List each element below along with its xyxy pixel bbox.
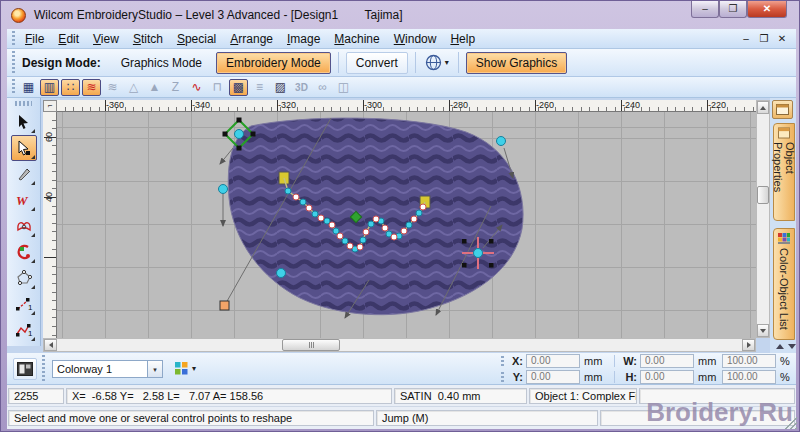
bitmap-tool-button[interactable]: [13, 358, 37, 380]
scroll-up-button[interactable]: [757, 101, 769, 114]
toolbar-grip[interactable]: [11, 51, 16, 74]
closed-object-icon: [16, 218, 32, 234]
transform-panel: X: mm W: mm % Y: mm H: mm %: [500, 354, 796, 384]
width-input[interactable]: [640, 354, 694, 368]
svg-text:1: 1: [28, 329, 33, 338]
travel-run-icon[interactable]: ⊓: [208, 79, 227, 96]
design-view-icon[interactable]: ▦: [19, 79, 38, 96]
toolbar-grip[interactable]: [11, 79, 16, 95]
toolbar-grip[interactable]: [41, 355, 46, 382]
app-flame-icon[interactable]: [11, 8, 26, 23]
dock-scroll-up-icon[interactable]: [776, 344, 784, 349]
scroll-right-button[interactable]: [742, 339, 755, 351]
mdi-close-button[interactable]: ✕: [774, 33, 790, 44]
complex-fill-icon: [16, 244, 32, 260]
toolbar-grip[interactable]: [500, 372, 505, 382]
horizontal-scroll-thumb[interactable]: [282, 339, 340, 351]
x-unit-label: mm: [584, 355, 608, 367]
menu-special[interactable]: Special: [170, 30, 223, 48]
triple-run-tool[interactable]: 1: [11, 317, 37, 343]
run-stitch-tool[interactable]: 1: [11, 291, 37, 317]
hoop-globe-button[interactable]: ▾: [421, 52, 453, 73]
dock-scroll-down-icon[interactable]: [788, 344, 796, 349]
x-input[interactable]: [526, 354, 580, 368]
vertical-scroll-thumb[interactable]: [757, 186, 769, 204]
menu-image[interactable]: Image: [280, 30, 327, 48]
toolbar-grip[interactable]: [15, 101, 32, 106]
mdi-minimize-button[interactable]: –: [738, 33, 754, 44]
panel-icon: [776, 104, 789, 115]
design-mode-toolbar: Design Mode: Graphics Mode Embroidery Mo…: [7, 49, 796, 77]
vertical-scrollbar[interactable]: [756, 100, 770, 338]
horizontal-ruler: -360 -340 -320 -300 -280 -260 -240 -220: [57, 100, 756, 112]
menu-help[interactable]: Help: [443, 30, 482, 48]
height-scale-input[interactable]: [722, 370, 776, 384]
width-scale-input[interactable]: [722, 354, 776, 368]
node-shape-icon: [16, 270, 32, 286]
reshape-tool[interactable]: [11, 135, 37, 161]
applique-icon[interactable]: △: [124, 79, 143, 96]
menu-window[interactable]: Window: [387, 30, 444, 48]
selected-object-info: Object 1: Complex Fill: [529, 388, 637, 404]
toolbar-grip[interactable]: [500, 356, 505, 366]
knife-tool[interactable]: [11, 161, 37, 187]
y-input[interactable]: [526, 370, 580, 384]
colorway-toolbar: Colorway 1 ▾ ▾ X: mm W: mm: [7, 353, 796, 385]
tab-object-properties[interactable]: Object Properties: [773, 123, 795, 221]
mdi-restore-button[interactable]: ❐: [756, 33, 772, 44]
needle-points-icon[interactable]: ∷: [61, 79, 80, 96]
fancy-fill-icon[interactable]: ▨: [271, 79, 290, 96]
menu-edit[interactable]: Edit: [51, 30, 86, 48]
skew-stitch-icon[interactable]: Z: [166, 79, 185, 96]
menu-file[interactable]: File: [18, 30, 51, 48]
outline-view-icon[interactable]: ▥: [40, 79, 59, 96]
design-canvas[interactable]: [57, 112, 756, 338]
complex-fill-tool[interactable]: [11, 239, 37, 265]
convert-button[interactable]: Convert: [346, 52, 408, 74]
connectors-on-icon[interactable]: ≋: [82, 79, 101, 96]
x-label: X:: [507, 355, 523, 367]
hint-text: Select and move one or several control p…: [8, 410, 374, 426]
show-graphics-button[interactable]: Show Graphics: [466, 52, 567, 74]
colorway-dropdown-icon[interactable]: ▾: [148, 360, 163, 378]
minimize-button[interactable]: –: [691, 1, 719, 18]
scroll-down-button[interactable]: [757, 324, 769, 337]
triple-run-icon: 1: [15, 322, 33, 338]
color-palette-button[interactable]: ▾: [171, 359, 199, 378]
pattern-fill-icon[interactable]: ▩: [229, 79, 248, 96]
scroll-left-button[interactable]: [44, 339, 57, 351]
embroidery-mode-button[interactable]: Embroidery Mode: [216, 52, 331, 74]
menu-machine[interactable]: Machine: [327, 30, 386, 48]
stitch-wave-icon[interactable]: ∿: [187, 79, 206, 96]
graphics-mode-button[interactable]: Graphics Mode: [111, 52, 212, 74]
tab-color-object-list[interactable]: Color-Object List: [773, 228, 795, 340]
menu-view[interactable]: View: [86, 30, 126, 48]
menu-stitch[interactable]: Stitch: [126, 30, 170, 48]
ruler-origin-button[interactable]: ⌐: [43, 100, 57, 112]
restore-button[interactable]: ❐: [719, 1, 747, 18]
glasses-icon[interactable]: ∞: [313, 79, 332, 96]
dock-panel-button[interactable]: [772, 100, 793, 119]
application-window: Wilcom EmbroideryStudio – Level 3 Advanc…: [0, 0, 800, 432]
toolbar-grip[interactable]: [11, 31, 16, 46]
select-tool[interactable]: [11, 109, 37, 135]
stitch-angle-handle[interactable]: [220, 301, 229, 310]
connectors-off-icon[interactable]: ≋: [103, 79, 122, 96]
menu-arrange[interactable]: Arrange: [223, 30, 280, 48]
height-input[interactable]: [640, 370, 694, 384]
lettering-tool[interactable]: W: [11, 187, 37, 213]
dock-tab-scroll: [776, 344, 796, 349]
close-button[interactable]: ✕: [747, 1, 787, 18]
closed-object-tool[interactable]: [11, 213, 37, 239]
star-object-tool[interactable]: [11, 265, 37, 291]
colorway-value[interactable]: Colorway 1: [52, 360, 148, 378]
stitch-list-icon[interactable]: ≡: [250, 79, 269, 96]
palette-icon: [174, 361, 189, 376]
colorway-select[interactable]: Colorway 1 ▾: [52, 360, 163, 378]
applique-fill-icon[interactable]: ▲: [145, 79, 164, 96]
svg-text:1: 1: [28, 303, 33, 312]
hoop-icon[interactable]: ◫: [334, 79, 353, 96]
three-d-icon[interactable]: 3D: [292, 79, 311, 96]
toolbox: W: [7, 98, 41, 346]
horizontal-scrollbar[interactable]: [43, 338, 756, 352]
